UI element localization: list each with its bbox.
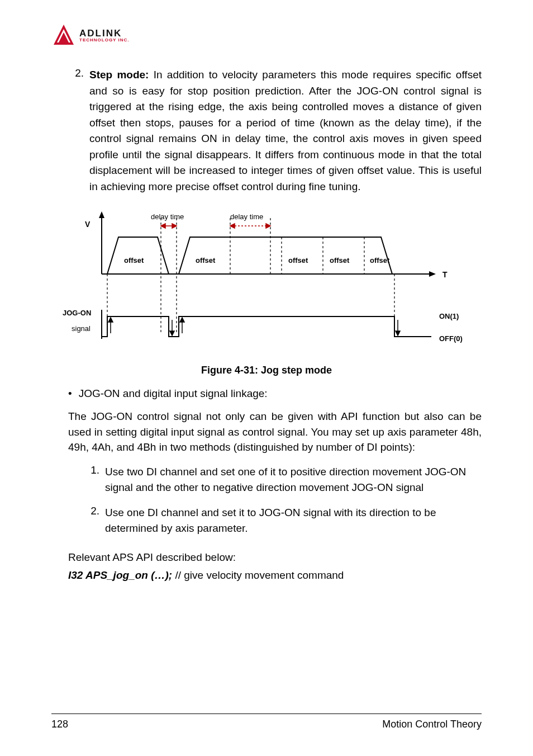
- svg-marker-19: [161, 224, 165, 228]
- svg-text:JOG-ON: JOG-ON: [63, 309, 91, 317]
- svg-marker-20: [172, 224, 177, 228]
- svg-marker-37: [108, 318, 113, 322]
- figure-caption: Figure 4-31: Jog step mode: [51, 365, 482, 376]
- svg-text:delay time: delay time: [151, 212, 184, 221]
- method-1-num: 1.: [84, 464, 99, 496]
- page-number: 128: [51, 719, 68, 730]
- methods-list: 1. Use two DI channel and set one of it …: [84, 464, 482, 537]
- jog-step-diagram: V T: [51, 207, 482, 355]
- logo: ADLINK TECHNOLOGY INC.: [51, 23, 482, 47]
- logo-icon: [51, 23, 76, 47]
- svg-marker-4: [99, 211, 104, 218]
- bullet-linkage: • JOG-ON and digital input signal linkag…: [68, 388, 482, 400]
- item-number: 2.: [68, 67, 84, 195]
- step-mode-item: 2. Step mode: In addition to velocity pa…: [68, 67, 482, 195]
- section-name: Motion Control Theory: [382, 719, 482, 730]
- method-2: 2. Use one DI channel and set it to JOG-…: [84, 505, 482, 537]
- api-code: I32 APS_jog_on (…); // give velocity mov…: [51, 569, 482, 582]
- bullet-text: JOG-ON and digital input signal linkage:: [79, 388, 268, 400]
- figure: V T: [51, 207, 482, 355]
- svg-text:OFF(0): OFF(0): [439, 334, 463, 343]
- method-1-text: Use two DI channel and set one of it to …: [105, 464, 482, 496]
- logo-main: ADLINK: [79, 29, 130, 38]
- svg-text:offset: offset: [370, 256, 390, 264]
- svg-marker-23: [266, 224, 270, 228]
- svg-text:offset: offset: [196, 256, 216, 264]
- svg-marker-39: [170, 331, 174, 336]
- svg-text:delay time: delay time: [230, 212, 263, 221]
- linkage-paragraph: The JOG-ON control signal not only can b…: [51, 409, 482, 455]
- svg-text:offset: offset: [330, 256, 350, 264]
- item-title: Step mode:: [89, 69, 149, 81]
- svg-marker-41: [180, 318, 184, 322]
- svg-text:offset: offset: [288, 256, 308, 264]
- footer: 128 Motion Control Theory: [51, 714, 482, 730]
- item-text: In addition to velocity parameters this …: [89, 69, 482, 192]
- api-comment: // give velocity movement command: [172, 569, 344, 581]
- method-1: 1. Use two DI channel and set one of it …: [84, 464, 482, 496]
- svg-text:signal: signal: [72, 324, 91, 333]
- svg-text:V: V: [85, 220, 91, 229]
- content: 2. Step mode: In addition to velocity pa…: [51, 67, 482, 582]
- page: ADLINK TECHNOLOGY INC. 2. Step mode: In …: [0, 0, 533, 756]
- svg-text:ON(1): ON(1): [439, 312, 459, 320]
- api-signature: I32 APS_jog_on (…);: [68, 569, 172, 581]
- item-body: Step mode: In addition to velocity param…: [89, 67, 482, 195]
- svg-marker-22: [230, 224, 235, 228]
- svg-text:offset: offset: [124, 256, 144, 264]
- svg-text:T: T: [442, 270, 448, 279]
- method-2-num: 2.: [84, 505, 99, 537]
- api-intro: Relevant APS API described below:: [51, 551, 482, 564]
- svg-marker-7: [429, 271, 436, 277]
- method-2-text: Use one DI channel and set it to JOG-ON …: [105, 505, 482, 537]
- svg-marker-43: [396, 331, 400, 336]
- logo-text: ADLINK TECHNOLOGY INC.: [79, 29, 130, 42]
- logo-sub: TECHNOLOGY INC.: [79, 38, 130, 42]
- bullet-marker: •: [68, 388, 72, 400]
